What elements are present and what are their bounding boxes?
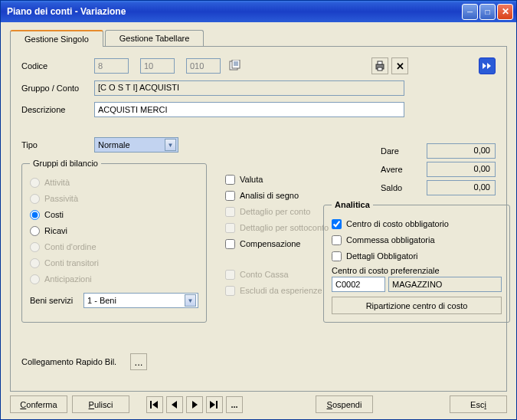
svg-rect-9 [216,401,218,409]
codice-field-3[interactable] [186,58,221,74]
titlebar: Piano dei conti - Variazione ─ □ ✕ [1,1,516,22]
label-collegamento: Collegamento Rapido Bil. [21,357,129,366]
esci-button[interactable]: Esci [450,395,507,413]
label-gruppo: Gruppo / Conto [21,84,94,93]
nav-next-button[interactable] [186,396,203,413]
label-dare: Dare [381,146,427,156]
svg-rect-8 [150,401,152,409]
dare-field: 0,00 [427,143,496,159]
chevron-down-icon: ▼ [185,294,196,307]
analitica-legend: Analitica [332,200,373,209]
maximize-button[interactable]: □ [479,4,496,20]
descrizione-field[interactable] [94,102,404,117]
gruppo-field: [C O S T I] ACQUISTI [94,80,404,96]
print-button[interactable] [371,57,388,74]
label-avere: Avere [381,165,427,174]
collegamento-browse-button[interactable]: ... [130,353,147,370]
ripartizione-button[interactable]: Ripartizione centro di costo [332,297,502,314]
label-saldo: Saldo [381,183,427,192]
tabpage: Codice ✕ [10,47,507,392]
codice-field-1[interactable] [94,58,129,74]
label-codice: Codice [21,61,94,71]
delete-button[interactable]: ✕ [391,57,408,74]
cco-desc-field [388,277,502,292]
radio-conti-transitori: Conti transitori [30,257,198,269]
footer: Conferma Pulisci ... Sospendi Esci [10,395,507,413]
radio-attivita: Attività [30,176,198,189]
chevron-down-icon: ▼ [165,139,176,151]
tipo-combo[interactable]: Normale ▼ [94,137,178,153]
label-beni-servizi: Beni servizi [30,296,83,305]
radio-conti-ordine: Conti d'ordine [30,241,198,253]
pulisci-button[interactable]: Pulisci [72,395,129,413]
tab-label: Gestione Singolo [25,34,89,44]
check-cco-obbligatorio[interactable]: Centro di costo obbligatorio [332,218,502,230]
record-navigator: ... [145,396,244,413]
close-button[interactable]: ✕ [497,4,513,20]
radio-passivita: Passività [30,192,198,205]
codice-field-2[interactable] [140,58,175,74]
tab-label: Gestione Tabellare [119,34,190,43]
saldo-field: 0,00 [427,180,496,195]
svg-rect-6 [378,61,382,64]
check-dettagli-obbligatori[interactable]: Dettagli Obbligatori [332,250,502,262]
conferma-button[interactable]: Conferma [10,395,67,413]
lookup-icon[interactable] [227,57,244,74]
label-cco-preferenziale: Centro di costo preferenziale [332,266,502,275]
radio-anticipazioni: Anticipazioni [30,273,198,285]
nav-more-button[interactable]: ... [226,396,243,413]
beni-value: 1 - Beni [87,296,185,305]
avere-field: 0,00 [427,162,496,177]
radio-ricavi[interactable]: Ricavi [30,225,198,237]
tab-gestione-tabellare[interactable]: Gestione Tabellare [105,30,205,46]
tipo-value: Normale [98,140,165,149]
nav-last-button[interactable] [206,396,223,413]
minimize-button[interactable]: ─ [462,4,478,20]
cco-code-field[interactable] [332,277,385,292]
forward-button[interactable] [479,57,496,74]
beni-servizi-combo[interactable]: 1 - Beni ▼ [83,293,198,308]
nav-prev-button[interactable] [166,396,183,413]
window-title: Piano dei conti - Variazione [7,6,460,17]
svg-rect-7 [378,67,382,71]
sospendi-button[interactable]: Sospendi [316,395,373,413]
analitica-group: Analitica Centro di costo obbligatorio C… [323,200,510,323]
gruppi-bilancio-legend: Gruppi di bilancio [30,159,101,168]
tab-gestione-singolo[interactable]: Gestione Singolo [10,30,103,47]
gruppi-bilancio-group: Gruppi di bilancio Attività Passività Co… [21,159,207,323]
label-tipo: Tipo [21,140,94,149]
nav-first-button[interactable] [146,396,163,413]
tabstrip: Gestione Singolo Gestione Tabellare [10,30,507,47]
radio-costi[interactable]: Costi [30,208,198,221]
check-commessa-obbligatoria[interactable]: Commessa obbligatoria [332,234,502,246]
label-descrizione: Descrizione [21,105,94,114]
